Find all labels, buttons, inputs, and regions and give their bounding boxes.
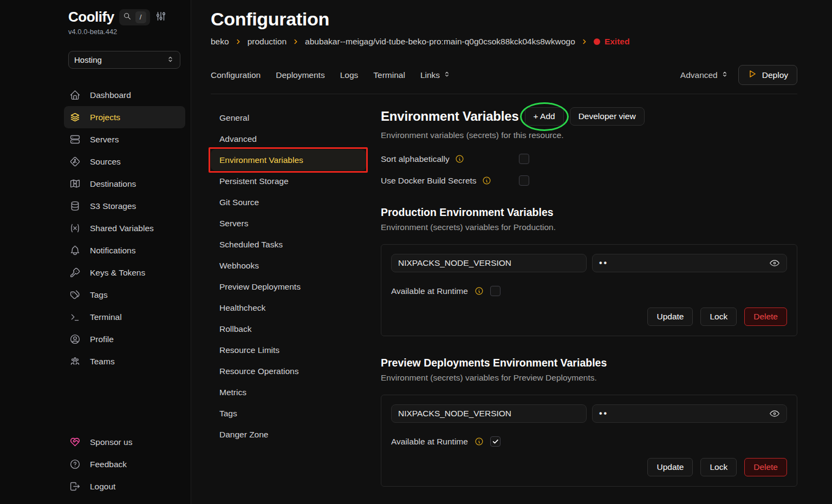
subnav-item-environment-variables[interactable]: Environment Variables xyxy=(211,149,366,171)
variable-value-input[interactable]: •• xyxy=(592,404,787,423)
selector-icon xyxy=(166,55,174,65)
card-actions: Update Lock Delete xyxy=(391,307,787,326)
sidebar-item-destinations[interactable]: Destinations xyxy=(64,173,185,195)
runtime-row: Available at Runtime xyxy=(391,286,787,296)
sidebar-item-profile[interactable]: Profile xyxy=(64,328,185,350)
sidebar-item-shared-variables[interactable]: Shared Variables xyxy=(64,217,185,239)
team-selector-value: Hosting xyxy=(74,55,102,64)
sidebar-item-servers[interactable]: Servers xyxy=(64,128,185,150)
subnav-item-resource-operations[interactable]: Resource Operations xyxy=(211,361,366,382)
available-at-runtime-checkbox[interactable] xyxy=(490,286,500,296)
bell-icon xyxy=(69,245,81,256)
subnav-item-advanced[interactable]: Advanced xyxy=(211,128,366,149)
variable-value-input[interactable]: •• xyxy=(592,254,787,272)
env-heading: Environment Variables xyxy=(381,109,519,124)
subnav-item-persistent-storage[interactable]: Persistent Storage xyxy=(211,171,366,192)
sidebar-item-dashboard[interactable]: Dashboard xyxy=(64,84,185,106)
tab-terminal[interactable]: Terminal xyxy=(373,70,405,80)
chevron-right-icon xyxy=(581,38,588,45)
adjustments-button[interactable] xyxy=(155,10,167,24)
search-button[interactable]: / xyxy=(119,9,150,25)
tabbar-right: Advanced Deploy xyxy=(680,65,797,85)
status-text: Exited xyxy=(604,37,630,47)
update-button[interactable]: Update xyxy=(647,458,693,476)
tab-configuration[interactable]: Configuration xyxy=(211,70,261,80)
tab-links[interactable]: Links xyxy=(420,70,451,80)
update-button[interactable]: Update xyxy=(647,307,693,326)
preview-heading: Preview Deployments Environment Variable… xyxy=(381,357,797,369)
subnav-item-metrics[interactable]: Metrics xyxy=(211,382,366,403)
developer-view-button[interactable]: Developer view xyxy=(570,107,645,126)
info-icon[interactable] xyxy=(455,154,464,163)
subnav-item-tags[interactable]: Tags xyxy=(211,403,366,424)
tab-deployments[interactable]: Deployments xyxy=(276,70,324,80)
sidebar-item-tags[interactable]: Tags xyxy=(64,284,185,306)
subnav-item-healthcheck[interactable]: Healthcheck xyxy=(211,297,366,318)
sidebar-item-label: Notifications xyxy=(90,246,135,256)
play-icon xyxy=(748,69,757,81)
key-icon xyxy=(69,267,81,278)
lock-button[interactable]: Lock xyxy=(700,307,737,326)
eye-icon[interactable] xyxy=(769,258,780,269)
sort-alphabetically-checkbox[interactable] xyxy=(519,154,529,164)
sidebar-item-label: Keys & Tokens xyxy=(90,268,145,278)
available-at-runtime-checkbox[interactable] xyxy=(490,436,500,447)
info-icon[interactable] xyxy=(474,286,484,296)
subnav-item-webhooks[interactable]: Webhooks xyxy=(211,255,366,276)
subnav-item-rollback[interactable]: Rollback xyxy=(211,318,366,339)
subnav-item-general[interactable]: General xyxy=(211,107,366,128)
available-at-runtime-label: Available at Runtime xyxy=(391,437,468,447)
sidebar-item-feedback[interactable]: Feedback xyxy=(64,453,185,475)
sidebar: Coolify / v4.0.0-beta.442 Hosting Dashbo… xyxy=(0,0,191,504)
deploy-button[interactable]: Deploy xyxy=(738,65,797,85)
tab-links-label: Links xyxy=(420,70,440,80)
page-title: Configuration xyxy=(211,9,797,30)
sidebar-item-label: Terminal xyxy=(90,312,122,322)
delete-button[interactable]: Delete xyxy=(744,458,787,476)
subnav-item-scheduled-tasks[interactable]: Scheduled Tasks xyxy=(211,234,366,255)
sidebar-item-sources[interactable]: Sources xyxy=(64,150,185,173)
database-icon xyxy=(69,200,81,212)
sidebar-item-notifications[interactable]: Notifications xyxy=(64,239,185,261)
breadcrumb-environment[interactable]: production xyxy=(248,37,287,47)
breadcrumb-resource[interactable]: abubakar--meigag/vid-tube-beko-pro:main-… xyxy=(305,37,575,47)
subnav-item-preview-deployments[interactable]: Preview Deployments xyxy=(211,276,366,297)
sidebar-item-logout[interactable]: Logout xyxy=(64,475,185,498)
sidebar-item-label: Feedback xyxy=(90,460,127,469)
sidebar-item-s3-storages[interactable]: S3 Storages xyxy=(64,195,185,217)
search-icon xyxy=(123,12,132,23)
sidebar-item-sponsor[interactable]: Sponsor us xyxy=(64,431,185,453)
subnav-item-git-source[interactable]: Git Source xyxy=(211,192,366,213)
subnav-item-danger-zone[interactable]: Danger Zone xyxy=(211,424,366,445)
team-selector[interactable]: Hosting xyxy=(68,51,180,69)
variable-key-input[interactable]: NIXPACKS_NODE_VERSION xyxy=(391,254,587,272)
lock-button[interactable]: Lock xyxy=(700,458,737,476)
main-content: Configuration beko production abubakar--… xyxy=(191,0,832,504)
sidebar-item-keys-tokens[interactable]: Keys & Tokens xyxy=(64,261,185,284)
sidebar-nav: Dashboard Projects Servers Sources Desti… xyxy=(64,84,185,372)
tab-logs[interactable]: Logs xyxy=(340,70,359,80)
slash-shortcut-key: / xyxy=(135,11,146,23)
subnav-item-resource-limits[interactable]: Resource Limits xyxy=(211,339,366,361)
docker-build-secrets-checkbox[interactable] xyxy=(519,175,529,186)
breadcrumb-team[interactable]: beko xyxy=(211,37,229,47)
eye-icon[interactable] xyxy=(769,408,780,419)
toggle-row-sort: Sort alphabetically xyxy=(381,154,797,164)
info-icon[interactable] xyxy=(482,176,491,185)
variable-key-input[interactable]: NIXPACKS_NODE_VERSION xyxy=(391,404,587,423)
selector-icon xyxy=(721,70,729,80)
subnav-item-servers[interactable]: Servers xyxy=(211,213,366,234)
info-icon[interactable] xyxy=(474,437,484,446)
sidebar-item-label: Shared Variables xyxy=(90,224,154,233)
app-version: v4.0.0-beta.442 xyxy=(68,28,185,36)
preview-subtitle: Environment (secrets) variables for Prev… xyxy=(381,373,797,383)
sidebar-item-terminal[interactable]: Terminal xyxy=(64,306,185,328)
sidebar-item-label: Sources xyxy=(90,157,121,167)
delete-button[interactable]: Delete xyxy=(744,307,787,326)
sidebar-item-projects[interactable]: Projects xyxy=(64,106,185,128)
advanced-dropdown[interactable]: Advanced xyxy=(680,70,729,80)
add-variable-button[interactable]: + Add xyxy=(525,107,564,126)
help-circle-icon xyxy=(69,459,81,470)
deploy-button-label: Deploy xyxy=(762,70,788,80)
sidebar-item-teams[interactable]: Teams xyxy=(64,350,185,372)
